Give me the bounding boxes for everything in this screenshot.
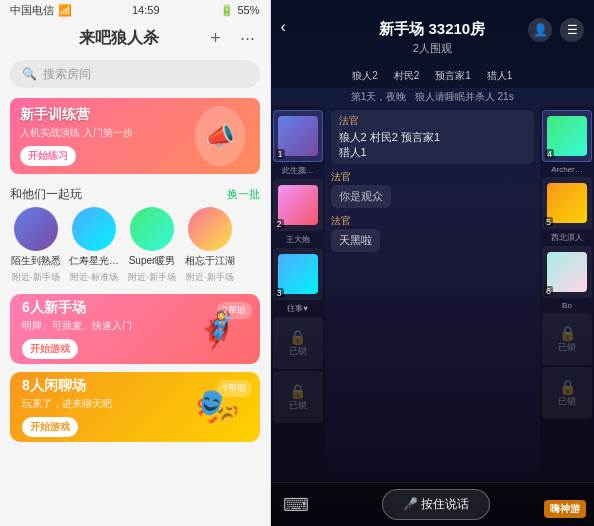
header-bar: 来吧狼人杀 + ···	[0, 20, 270, 56]
message-content: 狼人2 村民2 预言家1猎人1	[339, 130, 526, 160]
locked-slot: 🔒 已锁	[273, 317, 323, 369]
left-panel: 中国电信 📶 14:59 🔋 55% 来吧狼人杀 + ··· 🔍 搜索房间 新手…	[0, 0, 270, 526]
header-actions: 👤 ☰	[528, 18, 584, 42]
day-label: 第1天，夜晚	[351, 91, 407, 102]
menu-icon[interactable]: ☰	[560, 18, 584, 42]
locked-label: 已锁	[289, 345, 307, 358]
time-label: 14:59	[132, 4, 160, 16]
player-slot[interactable]: 6	[542, 246, 592, 298]
player-number: 3	[275, 288, 284, 298]
player-number: 1	[276, 149, 285, 159]
battery-label: 55%	[238, 4, 260, 16]
mic-icon: 🎤	[403, 497, 418, 511]
locked-label: 已锁	[558, 395, 576, 408]
player-slot[interactable]: 1	[273, 110, 323, 162]
wifi-icon: 📶	[58, 4, 72, 17]
message-sender: 法官	[331, 214, 534, 228]
player-name: 往事♥	[273, 302, 323, 315]
card-title: 6人新手场	[22, 299, 188, 317]
add-icon[interactable]: +	[204, 26, 228, 50]
chat-message: 法官 你是观众	[331, 170, 534, 208]
search-placeholder: 搜索房间	[43, 66, 91, 83]
help-badge[interactable]: ?帮助	[217, 380, 252, 397]
player-slot[interactable]: 2	[273, 179, 323, 231]
locked-label: 已锁	[289, 399, 307, 412]
banner-button[interactable]: 开始练习	[20, 146, 76, 166]
player-number: 6	[544, 286, 553, 296]
status-right: 🔋 55%	[220, 4, 260, 17]
lock-icon: 🔒	[559, 379, 576, 395]
player-name: 此生颜…	[273, 164, 323, 177]
list-item[interactable]: 仁寿星光… 附近·标准场	[68, 207, 120, 284]
list-item[interactable]: 相忘于江湖 附近·新手场	[184, 207, 236, 284]
avatar	[72, 207, 116, 251]
list-item[interactable]: Super暖男 附近·新手场	[126, 207, 178, 284]
player-slot[interactable]: 4	[542, 110, 592, 162]
back-left-icon[interactable]	[10, 26, 34, 50]
chat-game-card[interactable]: 8人闲聊场 玩累了，进来聊天吧 开始游戏 🎭 ?帮助	[10, 372, 260, 442]
player-number: 2	[275, 219, 284, 229]
add-player-icon[interactable]: 👤	[528, 18, 552, 42]
card-desc: 明牌、可插麦、快速入门	[22, 319, 188, 333]
player-number: 4	[545, 149, 554, 159]
mic-button-area: 🎤 按住说话	[309, 489, 564, 520]
avatar	[14, 207, 58, 251]
locked-slot: 🔒 已锁	[542, 367, 592, 419]
player-number: 5	[544, 217, 553, 227]
beginner-game-card[interactable]: 6人新手场 明牌、可插麦、快速入门 开始游戏 🦸 ?帮助	[10, 294, 260, 364]
locked-label: 已锁	[558, 341, 576, 354]
banner-figure: 📣	[190, 101, 250, 171]
lock-icon: 🔒	[289, 383, 306, 399]
player-slot[interactable]: 3	[273, 248, 323, 300]
carrier-label: 中国电信	[10, 3, 54, 18]
avatar	[547, 183, 587, 223]
chat-area: 法官 狼人2 村民2 预言家1猎人1 法官 你是观众 法官 天黑啦	[325, 106, 540, 482]
training-banner[interactable]: 新手训练营 人机实战演练 入门第一步 开始练习 📣	[10, 98, 260, 174]
battery-icon: 🔋	[220, 4, 234, 17]
room-header: ‹ 新手场 33210房 2人围观 👤 ☰	[271, 0, 594, 64]
list-item[interactable]: 陌生到熟悉 附近·新手场	[10, 207, 62, 284]
role-tag-seer: 预言家1	[431, 68, 475, 84]
friends-section-header: 和他们一起玩 换一批	[0, 180, 270, 207]
card-text: 6人新手场 明牌、可插麦、快速入门 开始游戏	[22, 299, 188, 359]
search-bar[interactable]: 🔍 搜索房间	[10, 60, 260, 88]
start-game-button[interactable]: 开始游戏	[22, 339, 78, 359]
night-info: 第1天，夜晚 狼人请睡眠并杀人 21s	[271, 88, 594, 106]
status-left: 中国电信 📶	[10, 3, 72, 18]
banner-subtitle: 人机实战演练 入门第一步	[20, 126, 190, 140]
player-name: Archer…	[542, 164, 592, 175]
message-content: 天黑啦	[331, 229, 380, 252]
search-icon: 🔍	[22, 67, 37, 81]
more-icon[interactable]: ···	[236, 26, 260, 50]
friend-location: 附近·新手场	[184, 271, 236, 284]
back-right-icon[interactable]: ‹	[281, 18, 286, 36]
player-name: 王大炮	[273, 233, 323, 246]
message-sender: 法官	[339, 114, 526, 128]
avatar	[130, 207, 174, 251]
message-content: 你是观众	[331, 185, 391, 208]
right-panel: ‹ 新手场 33210房 2人围观 👤 ☰ 狼人2 村民2 预言家1 猎人1 第…	[271, 0, 594, 526]
watermark: 嗨神游	[544, 500, 586, 518]
friend-name: 陌生到熟悉	[10, 254, 62, 268]
player-slot[interactable]: 5	[542, 177, 592, 229]
keyboard-icon[interactable]: ⌨	[283, 494, 309, 516]
refresh-friends-button[interactable]: 换一批	[227, 187, 260, 202]
player-name: 西北浪人	[542, 231, 592, 244]
mic-label: 按住说话	[421, 497, 469, 511]
role-bar: 狼人2 村民2 预言家1 猎人1	[271, 64, 594, 88]
help-badge[interactable]: ?帮助	[217, 302, 252, 319]
lock-icon: 🔒	[289, 329, 306, 345]
role-tag-villager: 村民2	[390, 68, 424, 84]
hold-to-talk-button[interactable]: 🎤 按住说话	[382, 489, 490, 520]
lock-icon: 🔒	[559, 325, 576, 341]
player-name: Bo	[542, 300, 592, 311]
system-message: 法官 狼人2 村民2 预言家1猎人1	[331, 110, 534, 164]
friends-list: 陌生到熟悉 附近·新手场 仁寿星光… 附近·标准场 Super暖男 附近·新手场…	[0, 207, 270, 290]
players-left: 1 此生颜… 2 王大炮 3 往事♥ 🔒 已锁	[271, 106, 325, 482]
room-title: 新手场 33210房	[379, 20, 485, 39]
role-tag-hunter: 猎人1	[483, 68, 517, 84]
role-tag-wolf: 狼人2	[348, 68, 382, 84]
start-game-button[interactable]: 开始游戏	[22, 417, 78, 437]
card-title: 8人闲聊场	[22, 377, 188, 395]
banner-text: 新手训练营 人机实战演练 入门第一步 开始练习	[20, 106, 190, 166]
